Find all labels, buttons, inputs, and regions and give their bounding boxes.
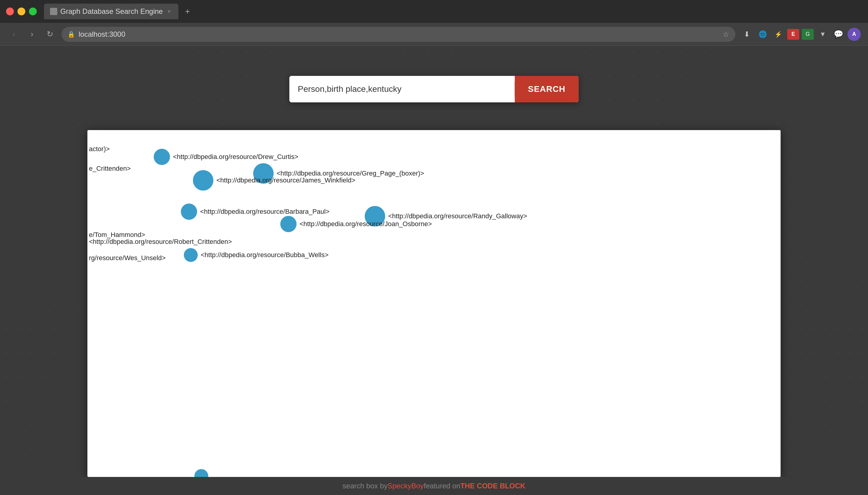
tab-bar: Graph Database Search Engine × + <box>0 0 868 23</box>
forward-icon: › <box>31 30 33 39</box>
notification-icon[interactable]: 💬 <box>832 28 845 41</box>
search-input[interactable] <box>289 76 514 102</box>
partial-crittenden: e_Crittenden> <box>89 165 131 172</box>
partial-actor: actor)> <box>89 145 110 153</box>
bookmark-icon[interactable]: ☆ <box>723 30 730 38</box>
user-avatar[interactable]: A <box>848 28 861 41</box>
new-tab-btn[interactable]: + <box>181 5 194 18</box>
node-circle-partial-bottom <box>194 469 208 477</box>
window-minimize-btn[interactable] <box>17 7 25 15</box>
node-drew-curtis: <http://dbpedia.org/resource/Drew_Curtis… <box>154 149 298 165</box>
node-circle-joan-osborne <box>280 216 297 232</box>
search-box-wrapper: SEARCH <box>289 76 579 102</box>
window-maximize-btn[interactable] <box>29 7 37 15</box>
reload-btn[interactable]: ↻ <box>44 28 57 41</box>
translate-icon[interactable]: 🌐 <box>756 28 769 41</box>
footer-text-middle: featured on <box>424 482 460 490</box>
node-label-bubba-wells: <http://dbpedia.org/resource/Bubba_Wells… <box>201 251 328 259</box>
search-section: SEARCH <box>289 76 579 102</box>
browser-chrome: Graph Database Search Engine × + ‹ › ↻ 🔒… <box>0 0 868 46</box>
back-btn[interactable]: ‹ <box>7 28 20 41</box>
node-label-barbara-paul: <http://dbpedia.org/resource/Barbara_Pau… <box>200 208 329 216</box>
address-bar[interactable]: 🔒 localhost:3000 ☆ <box>62 27 735 42</box>
extension-green-icon[interactable]: G <box>802 29 814 40</box>
node-circle-bubba-wells <box>184 248 198 262</box>
reload-icon: ↻ <box>47 30 53 39</box>
chat-icon: 💬 <box>834 30 843 39</box>
window-controls <box>6 7 37 15</box>
footer-brand: SpeckyBoy <box>388 482 424 490</box>
extension-icon-1[interactable]: ⚡ <box>772 28 785 41</box>
node-james-winkfield: <http://dbpedia.org/resource/James_Winkf… <box>193 170 355 191</box>
node-circle-james-winkfield <box>193 170 213 191</box>
window-close-btn[interactable] <box>6 7 14 15</box>
node-label-drew-curtis: <http://dbpedia.org/resource/Drew_Curtis… <box>173 153 298 161</box>
footer-site: THE CODE BLOCK <box>460 482 525 490</box>
tab-favicon <box>50 8 57 15</box>
node-circle-drew-curtis <box>154 149 170 165</box>
footer-text-prefix: search box by <box>343 482 388 490</box>
partial-robert-crittenden-full: <http://dbpedia.org/resource/Robert_Crit… <box>89 238 232 246</box>
address-text: localhost:3000 <box>79 30 719 38</box>
search-button[interactable]: SEARCH <box>515 76 579 102</box>
node-label-james-winkfield: <http://dbpedia.org/resource/James_Winkf… <box>216 176 355 184</box>
node-bubba-wells: <http://dbpedia.org/resource/Bubba_Wells… <box>184 248 328 262</box>
extension-icon-2[interactable]: ▼ <box>816 28 830 41</box>
nav-right-icons: ⬇ 🌐 ⚡ E G ▼ 💬 A <box>740 28 861 41</box>
tab-title: Graph Database Search Engine <box>60 7 163 16</box>
lock-icon: 🔒 <box>67 31 75 38</box>
forward-btn[interactable]: › <box>25 28 38 41</box>
graph-container: actor)> e_Crittenden> <http://dbpedia.or… <box>87 130 781 477</box>
partial-wes-unseld: rg/resource/Wes_Unseld> <box>89 254 166 262</box>
downloads-icon[interactable]: ⬇ <box>740 28 753 41</box>
active-tab[interactable]: Graph Database Search Engine × <box>44 4 178 19</box>
back-icon: ‹ <box>13 30 15 39</box>
node-joan-osborne: <http://dbpedia.org/resource/Joan_Osborn… <box>280 216 432 232</box>
node-circle-barbara-paul <box>181 204 197 220</box>
extension-red-icon[interactable]: E <box>787 29 799 40</box>
nav-bar: ‹ › ↻ 🔒 localhost:3000 ☆ ⬇ 🌐 ⚡ E G ▼ 💬 A <box>0 23 868 46</box>
tab-close-btn[interactable]: × <box>166 8 173 15</box>
page-area: SEARCH actor)> e_Crittenden> <http://dbp… <box>0 46 868 495</box>
node-label-joan-osborne: <http://dbpedia.org/resource/Joan_Osborn… <box>299 220 432 228</box>
footer: search box by SpeckyBoy featured on THE … <box>0 477 868 495</box>
